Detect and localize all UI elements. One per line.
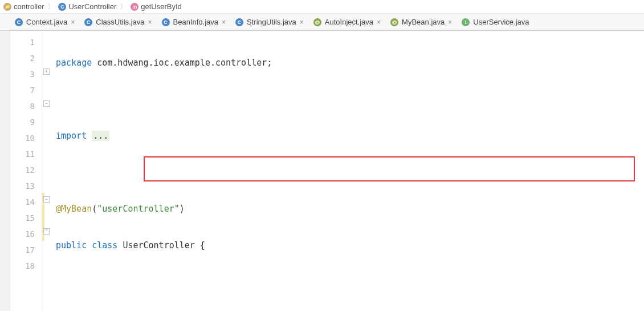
fold-strip[interactable]: + − − ⌃ xyxy=(42,31,52,311)
line-number[interactable]: 13 xyxy=(10,178,42,194)
tab-label: BeanInfo.java xyxy=(173,18,219,26)
line-number[interactable]: 10 xyxy=(10,130,42,146)
line-number[interactable]: 11 xyxy=(10,146,42,162)
tool-window-strip[interactable] xyxy=(0,31,10,311)
line-number[interactable]: 3 xyxy=(10,66,42,82)
fold-end-icon[interactable]: ⌃ xyxy=(43,228,50,235)
tab-userservice[interactable]: I UserService.java xyxy=(457,14,534,30)
class-icon: C xyxy=(15,18,23,26)
code-area[interactable]: package com.hdwang.ioc.example.controlle… xyxy=(52,31,644,311)
code-line[interactable]: package com.hdwang.ioc.example.controlle… xyxy=(52,55,644,71)
class-icon: C xyxy=(84,18,92,26)
folded-region[interactable]: ... xyxy=(92,131,109,141)
tab-classutils[interactable]: C ClassUtils.java × xyxy=(80,14,157,30)
breadcrumb-label: controller xyxy=(14,2,44,11)
class-icon: C xyxy=(162,18,170,26)
breadcrumb-item-class[interactable]: C UserController xyxy=(58,2,116,11)
line-number[interactable]: 9 xyxy=(10,114,42,130)
tab-context[interactable]: C Context.java × xyxy=(10,14,80,30)
line-number[interactable]: 16 xyxy=(10,226,42,242)
close-icon[interactable]: × xyxy=(448,18,452,26)
tab-mybean[interactable]: @ MyBean.java × xyxy=(386,14,457,30)
line-number[interactable]: 15 xyxy=(10,210,42,226)
breadcrumbs: 📁 controller 〉 C UserController 〉 m getU… xyxy=(0,0,644,14)
line-number[interactable]: 2 xyxy=(10,50,42,66)
tab-stringutils[interactable]: C StringUtils.java × xyxy=(231,14,309,30)
tab-label: StringUtils.java xyxy=(247,18,296,26)
tab-autoinject[interactable]: @ AutoInject.java × xyxy=(309,14,386,30)
line-number[interactable]: 12 xyxy=(10,162,42,178)
code-line[interactable]: import ... xyxy=(52,128,644,144)
close-icon[interactable]: × xyxy=(148,18,152,26)
line-number[interactable]: 18 xyxy=(10,258,42,274)
method-icon: m xyxy=(131,3,138,11)
close-icon[interactable]: × xyxy=(71,18,75,26)
breadcrumb-label: UserController xyxy=(68,2,116,11)
code-line[interactable] xyxy=(52,274,644,290)
fold-toggle-icon[interactable]: − xyxy=(43,196,50,203)
class-icon: C xyxy=(235,18,243,26)
chevron-right-icon: 〉 xyxy=(46,2,56,12)
close-icon[interactable]: × xyxy=(300,18,304,26)
tab-beaninfo[interactable]: C BeanInfo.java × xyxy=(157,14,231,30)
breadcrumb-item-controller[interactable]: 📁 controller xyxy=(3,2,44,11)
line-number[interactable]: 17 xyxy=(10,242,42,258)
tab-label: Context.java xyxy=(26,18,67,26)
annotation-icon: @ xyxy=(313,18,321,26)
class-icon: C xyxy=(58,3,66,11)
tab-label: AutoInject.java xyxy=(325,18,373,26)
close-icon[interactable]: × xyxy=(222,18,226,26)
editor: 1 2 3 7 8 9 10 11 12 13 14 15 16 17 18 +… xyxy=(10,31,644,311)
editor-tabs: C Context.java × C ClassUtils.java × C B… xyxy=(0,14,644,31)
tab-label: MyBean.java xyxy=(402,18,445,26)
close-icon[interactable]: × xyxy=(377,18,381,26)
line-number-gutter[interactable]: 1 2 3 7 8 9 10 11 12 13 14 15 16 17 18 xyxy=(10,31,42,311)
code-line[interactable] xyxy=(52,91,644,107)
fold-toggle-icon[interactable]: + xyxy=(43,68,50,75)
code-line[interactable]: @MyBean("userController") xyxy=(52,201,644,217)
code-line[interactable] xyxy=(52,164,644,180)
folder-icon: 📁 xyxy=(3,3,11,11)
line-number[interactable]: 8 xyxy=(10,98,42,114)
breadcrumb-item-method[interactable]: m getUserById xyxy=(131,2,182,11)
interface-icon: I xyxy=(462,18,470,26)
line-number[interactable]: 1 xyxy=(10,34,42,50)
annotation-icon: @ xyxy=(390,18,398,26)
tab-label: ClassUtils.java xyxy=(96,18,144,26)
code-line[interactable]: public class UserController { xyxy=(52,237,644,253)
line-number[interactable]: 14 xyxy=(10,194,42,210)
line-number[interactable]: 7 xyxy=(10,82,42,98)
breadcrumb-label: getUserById xyxy=(141,2,182,11)
chevron-right-icon: 〉 xyxy=(119,2,128,12)
tab-label: UserService.java xyxy=(473,18,529,26)
fold-toggle-icon[interactable]: − xyxy=(43,100,50,107)
